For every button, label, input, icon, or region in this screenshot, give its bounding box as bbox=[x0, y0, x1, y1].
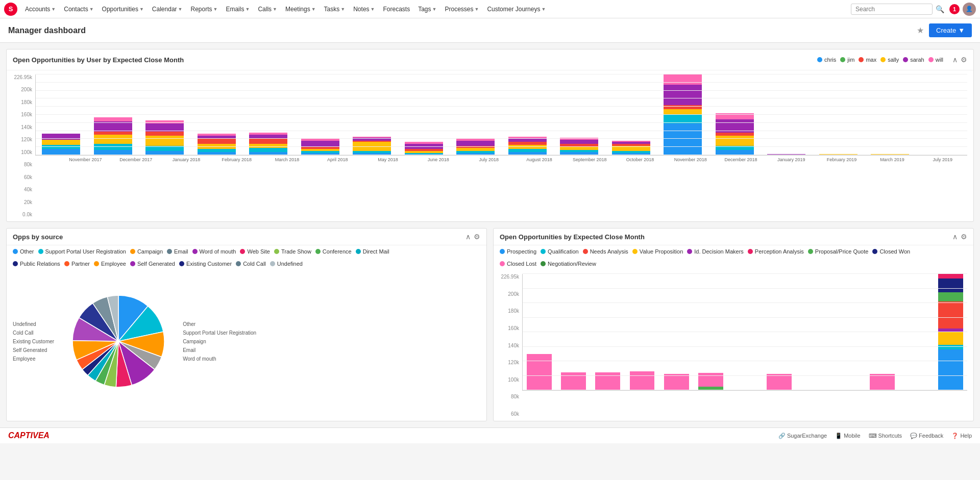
nav-processes-arrow: ▼ bbox=[474, 7, 479, 12]
grid-line bbox=[36, 98, 967, 98]
legend-item-Partner: Partner bbox=[64, 261, 90, 267]
create-arrow-icon: ▼ bbox=[958, 27, 965, 34]
bar-group bbox=[554, 138, 605, 155]
bar-segment bbox=[938, 332, 963, 345]
opps-source-collapse-button[interactable]: ∧ bbox=[465, 233, 471, 241]
bar-segment bbox=[249, 139, 287, 144]
nav-calls[interactable]: Calls ▼ bbox=[254, 0, 281, 18]
y-label: 40k bbox=[11, 187, 32, 192]
favorite-icon[interactable]: ★ bbox=[917, 26, 924, 35]
footer-shortcuts[interactable]: ⌨ Shortcuts bbox=[869, 433, 902, 439]
y-label: 226.95k bbox=[498, 274, 519, 280]
grid-line bbox=[36, 114, 967, 115]
bottom-row: Opps by source ∧ ⚙ OtherSupport Portal U… bbox=[6, 228, 974, 421]
legend-item-Closed Won: Closed Won bbox=[872, 248, 910, 255]
nav-contacts[interactable]: Contacts ▼ bbox=[60, 0, 97, 18]
user-avatar[interactable]: 👤 bbox=[963, 3, 976, 16]
nav-tags[interactable]: Tags ▼ bbox=[414, 0, 440, 18]
search-icon[interactable]: 🔍 bbox=[936, 5, 944, 13]
bar-segment bbox=[353, 142, 391, 151]
x-label: December 2017 bbox=[111, 156, 161, 162]
top-navigation: S Accounts ▼ Contacts ▼ Opportunities ▼ … bbox=[0, 0, 980, 18]
bar-segment bbox=[767, 374, 792, 390]
grid-line bbox=[36, 90, 967, 91]
footer-mobile[interactable]: 📱 Mobile bbox=[835, 433, 860, 439]
bar-segment bbox=[938, 349, 963, 390]
bar-stack bbox=[664, 374, 689, 390]
bar-group bbox=[88, 117, 139, 155]
legend-item-sally: sally bbox=[880, 57, 899, 63]
pie-label-left: Existing Customer bbox=[13, 339, 54, 344]
footer-feedback[interactable]: 💬 Feedback bbox=[910, 433, 943, 439]
open-opps-panel: Open Opportunities by Expected Close Mon… bbox=[493, 228, 974, 421]
bar-group bbox=[36, 134, 87, 155]
x-label: November 2018 bbox=[666, 156, 715, 162]
nav-forecasts[interactable]: Forecasts bbox=[379, 0, 413, 18]
grid-line bbox=[523, 273, 967, 274]
bar-segment bbox=[405, 144, 443, 149]
y-label: 180k bbox=[498, 308, 519, 314]
footer-help[interactable]: ❓ Help bbox=[951, 433, 972, 439]
top-chart-collapse-button[interactable]: ∧ bbox=[952, 54, 958, 66]
bar-stack bbox=[767, 374, 792, 390]
bar-segment bbox=[716, 119, 754, 133]
bar-group bbox=[625, 371, 658, 390]
nav-notes-arrow: ▼ bbox=[371, 7, 375, 12]
page-title: Manager dashboard bbox=[8, 26, 86, 35]
bar-segment bbox=[664, 374, 689, 390]
nav-opportunities[interactable]: Opportunities ▼ bbox=[99, 0, 148, 18]
bar-segment bbox=[145, 151, 184, 155]
bar-segment bbox=[923, 155, 961, 155]
bar-stack bbox=[42, 134, 80, 155]
top-chart-settings-button[interactable]: ⚙ bbox=[961, 54, 967, 66]
nav-calendar[interactable]: Calendar ▼ bbox=[149, 0, 186, 18]
create-button[interactable]: Create ▼ bbox=[929, 23, 972, 37]
y-label: 200k bbox=[11, 87, 32, 92]
bar-group bbox=[557, 372, 590, 390]
opps-source-settings-button[interactable]: ⚙ bbox=[474, 233, 480, 241]
legend-item-max: max bbox=[859, 57, 876, 63]
bar-segment bbox=[508, 152, 547, 155]
nav-calendar-arrow: ▼ bbox=[178, 7, 183, 12]
bar-segment bbox=[249, 152, 287, 155]
bar-segment bbox=[716, 150, 754, 155]
nav-tasks[interactable]: Tasks ▼ bbox=[321, 0, 349, 18]
dashboard: Open Opportunities by User by Expected C… bbox=[0, 43, 980, 427]
nav-notes[interactable]: Notes ▼ bbox=[350, 0, 378, 18]
nav-processes[interactable]: Processes ▼ bbox=[441, 0, 482, 18]
x-label: March 2019 bbox=[868, 156, 917, 162]
nav-reports[interactable]: Reports ▼ bbox=[187, 0, 221, 18]
grid-line bbox=[523, 288, 967, 289]
nav-customer-journeys[interactable]: Customer Journeys ▼ bbox=[483, 0, 549, 18]
opps-source-pie-section: UndefinedCold CallExisting CustomerSelf … bbox=[7, 270, 486, 413]
footer-sugarexchange[interactable]: 🔗 SugarExchange bbox=[778, 433, 827, 439]
y-label: 140k bbox=[11, 124, 32, 130]
y-label: 20k bbox=[11, 199, 32, 205]
bar-group bbox=[523, 354, 556, 390]
legend-item-Self Generated: Self Generated bbox=[130, 261, 175, 267]
open-opps-controls: ∧ ⚙ bbox=[952, 233, 967, 241]
bar-stack bbox=[94, 117, 132, 155]
legend-item-Email: Email bbox=[167, 248, 188, 255]
open-opps-settings-button[interactable]: ⚙ bbox=[961, 233, 967, 241]
nav-logo[interactable]: S bbox=[4, 3, 17, 16]
grid-line bbox=[523, 346, 967, 347]
x-label: May 2018 bbox=[363, 156, 413, 162]
bar-segment bbox=[249, 135, 287, 139]
legend-item-Word of mouth: Word of mouth bbox=[192, 248, 236, 255]
nav-meetings[interactable]: Meetings ▼ bbox=[282, 0, 320, 18]
bar-group bbox=[934, 274, 967, 390]
legend-item-Id. Decision Makers: Id. Decision Makers bbox=[687, 248, 744, 255]
bar-segment bbox=[612, 153, 650, 155]
bar-group bbox=[709, 113, 761, 155]
bar-segment bbox=[42, 149, 80, 155]
search-input[interactable] bbox=[851, 4, 933, 15]
legend-item-Closed Lost: Closed Lost bbox=[500, 261, 536, 267]
bar-segment bbox=[560, 140, 598, 144]
nav-accounts[interactable]: Accounts ▼ bbox=[21, 0, 59, 18]
open-opps-collapse-button[interactable]: ∧ bbox=[952, 233, 958, 241]
notification-badge[interactable]: 1 bbox=[949, 4, 960, 14]
legend-item-Trade Show: Trade Show bbox=[274, 248, 311, 255]
nav-emails[interactable]: Emails ▼ bbox=[222, 0, 253, 18]
bar-group bbox=[761, 154, 812, 155]
